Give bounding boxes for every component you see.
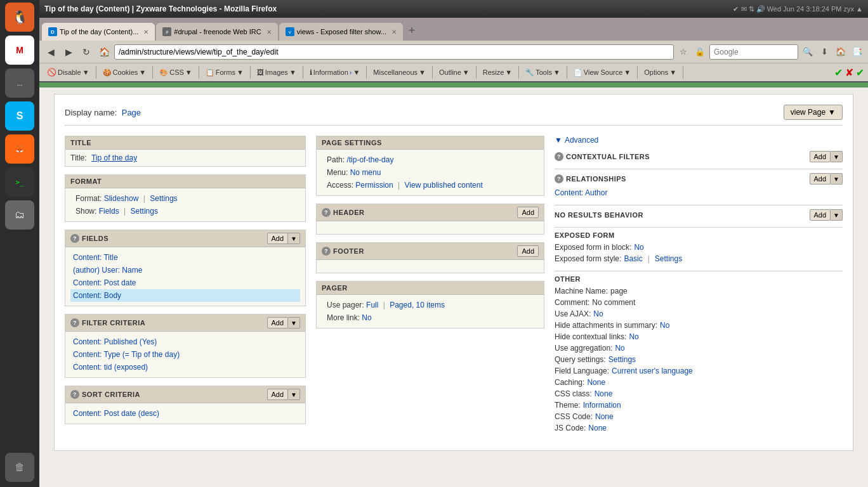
use-ajax-value[interactable]: No (593, 309, 603, 318)
more-link-value[interactable]: No (362, 313, 371, 322)
js-code-value[interactable]: None (588, 424, 607, 432)
no-results-add-btn[interactable]: Add (810, 209, 831, 221)
content-author-link[interactable]: Content: Author (555, 188, 607, 197)
hide-attachments-value[interactable]: No (660, 321, 669, 330)
fields-help-icon[interactable]: ? (70, 234, 79, 243)
options-menu[interactable]: Options ▼ (640, 67, 680, 77)
url-bar[interactable] (114, 44, 674, 60)
ubuntu-icon[interactable]: 🐧 (5, 3, 34, 32)
display-name-value[interactable]: Page (122, 108, 141, 117)
bookmark-btn[interactable]: ☆ (676, 45, 690, 59)
check1-icon[interactable]: ✔ (834, 67, 843, 79)
new-tab-btn[interactable]: + (404, 23, 419, 38)
filter-add-arrow-btn[interactable]: ▼ (288, 317, 300, 328)
relationships-help-icon[interactable]: ? (555, 174, 563, 183)
cookies-menu[interactable]: 🍪 Cookies ▼ (99, 67, 150, 78)
filter-type[interactable]: Content: Type (= Tip of the day) (70, 348, 300, 361)
exposed-style-settings-link[interactable]: Settings (655, 254, 682, 263)
refresh-btn[interactable]: ↻ (79, 44, 94, 60)
filter-published[interactable]: Content: Published (Yes) (70, 335, 300, 348)
forms-menu[interactable]: 📋 Forms ▼ (202, 67, 247, 78)
download-btn[interactable]: ⬇ (817, 45, 831, 59)
header-help-icon[interactable]: ? (322, 208, 331, 217)
show-value-link[interactable]: Fields (99, 207, 119, 216)
view-source-menu[interactable]: 📄 View Source ▼ (570, 67, 635, 78)
tab-close-irc[interactable]: ✕ (266, 29, 272, 36)
filter-tid[interactable]: Content: tid (exposed) (70, 361, 300, 373)
contextual-add-arrow-btn[interactable]: ▼ (831, 151, 843, 162)
advanced-toggle[interactable]: ▼ Advanced (555, 136, 843, 145)
no-results-add-arrow-btn[interactable]: ▼ (831, 209, 843, 221)
path-value-link[interactable]: /tip-of-the-day (346, 155, 393, 164)
trash-icon[interactable]: 🗑 (5, 453, 34, 482)
footer-add-btn[interactable]: Add (517, 245, 539, 257)
field-content-post-date[interactable]: Content: Post date (70, 276, 300, 289)
relationships-add-arrow-btn[interactable]: ▼ (831, 173, 843, 185)
browser1-icon[interactable]: ... (5, 68, 34, 98)
sort-help-icon[interactable]: ? (70, 390, 79, 399)
css-class-value[interactable]: None (595, 389, 613, 398)
field-author-user-name[interactable]: (author) User: Name (70, 264, 300, 276)
query-settings-value[interactable]: Settings (608, 355, 636, 364)
images-menu[interactable]: 🖼 Images ▼ (253, 67, 300, 77)
tools-menu[interactable]: 🔧 Tools ▼ (522, 67, 564, 78)
tab-close-btn[interactable]: ✕ (143, 29, 148, 36)
pager-paged-link[interactable]: Paged, 10 items (390, 301, 445, 309)
exposed-in-block-value[interactable]: No (634, 243, 643, 252)
use-aggregation-value[interactable]: No (615, 344, 624, 353)
footer-help-icon[interactable]: ? (322, 247, 331, 256)
ssl-btn[interactable]: 🔒 (693, 45, 707, 59)
home-btn[interactable]: 🏠 (96, 44, 112, 60)
access-permission-link[interactable]: Permission (355, 181, 393, 190)
field-content-body[interactable]: Content: Body (70, 289, 300, 302)
menu-value-link[interactable]: No menu (350, 168, 381, 177)
tab-views[interactable]: v views - Exposed filter show... ✕ (279, 23, 403, 41)
caching-value[interactable]: None (587, 378, 605, 387)
tab-tip-of-day[interactable]: D Tip of the day (Content)... ✕ (42, 23, 155, 41)
bookmark2-btn[interactable]: 📑 (850, 45, 864, 59)
fields-add-arrow-btn[interactable]: ▼ (288, 233, 300, 244)
exposed-style-basic-link[interactable]: Basic (624, 254, 642, 263)
title-value-link[interactable]: Tip of the day (91, 153, 137, 162)
show-settings-link[interactable]: Settings (131, 207, 158, 216)
field-content-title[interactable]: Content: Title (70, 251, 300, 264)
forward-btn[interactable]: ▶ (61, 44, 76, 60)
field-language-value[interactable]: Current user's language (612, 367, 693, 375)
css-menu[interactable]: 🎨 CSS ▼ (155, 67, 196, 78)
gmail-icon[interactable]: M (5, 36, 34, 65)
format-value-link[interactable]: Slideshow (104, 194, 139, 203)
filter-add-btn[interactable]: Add (267, 317, 289, 328)
outline-menu[interactable]: Outline ▼ (435, 67, 473, 77)
css-code-value[interactable]: None (595, 412, 614, 421)
contextual-help-icon[interactable]: ? (555, 152, 563, 161)
home-nav-btn[interactable]: 🏠 (834, 45, 848, 59)
theme-value[interactable]: Information (583, 401, 621, 410)
view-published-link[interactable]: View published content (405, 181, 483, 190)
hide-contextual-value[interactable]: No (629, 332, 638, 341)
sort-post-date[interactable]: Content: Post date (desc) (70, 407, 300, 420)
view-page-btn[interactable]: view Page ▼ (784, 105, 843, 120)
tab-drupal-irc[interactable]: # #drupal - freenode Web IRC ✕ (156, 23, 277, 41)
search-go-btn[interactable]: 🔍 (801, 45, 815, 59)
format-settings-link[interactable]: Settings (150, 194, 177, 203)
disable-menu[interactable]: 🚫 Disable ▼ (43, 67, 93, 78)
filter-help-icon[interactable]: ? (70, 318, 79, 327)
miscellaneous-menu[interactable]: Miscellaneous ▼ (369, 67, 430, 77)
pager-full-link[interactable]: Full (366, 301, 378, 309)
terminal-icon[interactable]: >_ (5, 167, 34, 197)
information-menu[interactable]: ℹ Information › ▼ (306, 67, 364, 78)
relationships-add-btn[interactable]: Add (810, 173, 831, 185)
tab-close-views[interactable]: ✕ (391, 29, 397, 36)
back-btn[interactable]: ◀ (43, 44, 58, 60)
sort-add-arrow-btn[interactable]: ▼ (288, 389, 300, 400)
fields-add-btn[interactable]: Add (267, 233, 289, 244)
search-input[interactable] (709, 44, 798, 60)
resize-menu[interactable]: Resize ▼ (479, 67, 516, 77)
check2-icon[interactable]: ✔ (856, 67, 864, 79)
sort-add-btn[interactable]: Add (267, 389, 289, 400)
x-icon[interactable]: ✘ (845, 67, 853, 79)
skype-icon[interactable]: S (5, 101, 34, 131)
firefox-icon[interactable]: 🦊 (5, 134, 34, 164)
contextual-add-btn[interactable]: Add (810, 151, 831, 162)
header-add-btn[interactable]: Add (517, 207, 539, 218)
